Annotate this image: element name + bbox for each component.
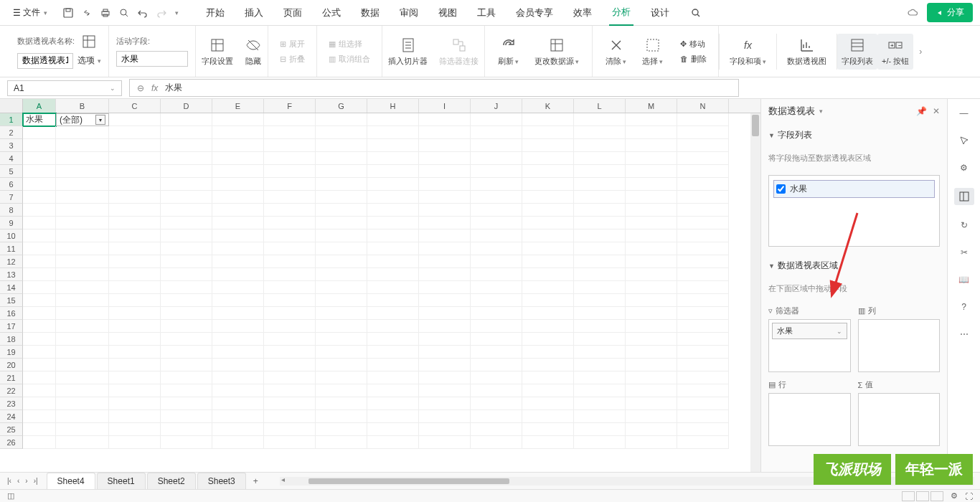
cell-J14[interactable] bbox=[471, 281, 522, 294]
cell-A14[interactable] bbox=[23, 281, 56, 294]
cell-F4[interactable] bbox=[264, 152, 316, 165]
cell-H22[interactable] bbox=[367, 384, 419, 397]
cell-K3[interactable] bbox=[522, 139, 574, 152]
cell-J24[interactable] bbox=[471, 410, 522, 423]
cell-F7[interactable] bbox=[264, 191, 316, 204]
cell-H1[interactable] bbox=[367, 113, 419, 126]
cell-C9[interactable] bbox=[109, 217, 161, 229]
cell-I20[interactable] bbox=[419, 359, 471, 371]
cell-H23[interactable] bbox=[367, 397, 419, 410]
cell-M3[interactable] bbox=[626, 139, 677, 152]
cell-C11[interactable] bbox=[109, 242, 161, 255]
cell-J21[interactable] bbox=[471, 371, 522, 384]
cell-I8[interactable] bbox=[419, 204, 471, 217]
cell-F14[interactable] bbox=[264, 281, 316, 294]
cell-M1[interactable] bbox=[626, 113, 677, 126]
filter-chip-fruit[interactable]: 水果⌄ bbox=[772, 323, 847, 339]
cell-E1[interactable] bbox=[212, 113, 264, 126]
cell-C12[interactable] bbox=[109, 255, 161, 268]
cell-C26[interactable] bbox=[109, 436, 161, 449]
cell-F9[interactable] bbox=[264, 217, 316, 229]
file-menu[interactable]: ☰ 文件 ▾ bbox=[7, 4, 53, 22]
cell-D16[interactable] bbox=[161, 307, 212, 320]
cell-L22[interactable] bbox=[574, 384, 626, 397]
cell-G26[interactable] bbox=[316, 436, 367, 449]
zoom-out-icon[interactable]: ⊖ bbox=[137, 83, 144, 93]
row-header-11[interactable]: 11 bbox=[0, 242, 23, 255]
cell-I17[interactable] bbox=[419, 320, 471, 333]
cell-L2[interactable] bbox=[574, 126, 626, 139]
cell-M4[interactable] bbox=[626, 152, 677, 165]
cell-G8[interactable] bbox=[316, 204, 367, 217]
cell-K10[interactable] bbox=[522, 229, 574, 242]
cell-G17[interactable] bbox=[316, 320, 367, 333]
row-header-5[interactable]: 5 bbox=[0, 165, 23, 178]
cell-C23[interactable] bbox=[109, 397, 161, 410]
view-break-icon[interactable] bbox=[930, 491, 943, 501]
cell-D11[interactable] bbox=[161, 242, 212, 255]
cell-B16[interactable] bbox=[56, 307, 109, 320]
cell-G1[interactable] bbox=[316, 113, 367, 126]
delete-button[interactable]: 🗑删除 bbox=[676, 52, 711, 66]
tab-last-icon[interactable]: ›| bbox=[32, 475, 39, 486]
hide-button[interactable]: 隐藏 bbox=[239, 34, 268, 70]
cell-K12[interactable] bbox=[522, 255, 574, 268]
cell-E4[interactable] bbox=[212, 152, 264, 165]
cell-I6[interactable] bbox=[419, 178, 471, 191]
cell-J22[interactable] bbox=[471, 384, 522, 397]
cell-H14[interactable] bbox=[367, 281, 419, 294]
pivot-chart-button[interactable]: 数据透视图 bbox=[777, 34, 837, 70]
cell-D5[interactable] bbox=[161, 165, 212, 178]
cell-A18[interactable] bbox=[23, 333, 56, 346]
cell-C22[interactable] bbox=[109, 384, 161, 397]
cell-E14[interactable] bbox=[212, 281, 264, 294]
cell-H24[interactable] bbox=[367, 410, 419, 423]
cell-F8[interactable] bbox=[264, 204, 316, 217]
cell-M17[interactable] bbox=[626, 320, 677, 333]
cell-H19[interactable] bbox=[367, 346, 419, 359]
cell-M22[interactable] bbox=[626, 384, 677, 397]
cell-J26[interactable] bbox=[471, 436, 522, 449]
cell-M15[interactable] bbox=[626, 294, 677, 307]
cell-N25[interactable] bbox=[677, 423, 729, 436]
cell-J12[interactable] bbox=[471, 255, 522, 268]
cell-D20[interactable] bbox=[161, 359, 212, 371]
field-checkbox[interactable] bbox=[776, 184, 786, 194]
cell-I9[interactable] bbox=[419, 217, 471, 229]
col-header-A[interactable]: A bbox=[23, 99, 56, 113]
cell-I4[interactable] bbox=[419, 152, 471, 165]
cell-F20[interactable] bbox=[264, 359, 316, 371]
row-header-14[interactable]: 14 bbox=[0, 281, 23, 294]
cell-I14[interactable] bbox=[419, 281, 471, 294]
cursor-icon[interactable] bbox=[957, 133, 971, 148]
active-field-input[interactable] bbox=[116, 51, 188, 67]
cell-I26[interactable] bbox=[419, 436, 471, 449]
cell-A15[interactable] bbox=[23, 294, 56, 307]
cell-H18[interactable] bbox=[367, 333, 419, 346]
cell-G23[interactable] bbox=[316, 397, 367, 410]
cell-A11[interactable] bbox=[23, 242, 56, 255]
row-header-20[interactable]: 20 bbox=[0, 359, 23, 371]
cell-C8[interactable] bbox=[109, 204, 161, 217]
cell-M23[interactable] bbox=[626, 397, 677, 410]
cell-J25[interactable] bbox=[471, 423, 522, 436]
refresh-rail-icon[interactable]: ↻ bbox=[957, 218, 971, 232]
cell-M7[interactable] bbox=[626, 191, 677, 204]
cloud-icon[interactable] bbox=[907, 6, 920, 19]
cell-H13[interactable] bbox=[367, 268, 419, 281]
cell-N17[interactable] bbox=[677, 320, 729, 333]
col-header-I[interactable]: I bbox=[419, 99, 471, 113]
redo-icon[interactable] bbox=[155, 6, 168, 19]
cell-K16[interactable] bbox=[522, 307, 574, 320]
cell-N4[interactable] bbox=[677, 152, 729, 165]
cell-M26[interactable] bbox=[626, 436, 677, 449]
cell-D15[interactable] bbox=[161, 294, 212, 307]
cell-L15[interactable] bbox=[574, 294, 626, 307]
cell-E23[interactable] bbox=[212, 397, 264, 410]
cell-I10[interactable] bbox=[419, 229, 471, 242]
cell-A8[interactable] bbox=[23, 204, 56, 217]
cell-D25[interactable] bbox=[161, 423, 212, 436]
more-icon[interactable]: ⋯ bbox=[957, 327, 971, 341]
cell-L7[interactable] bbox=[574, 191, 626, 204]
col-header-E[interactable]: E bbox=[212, 99, 264, 113]
